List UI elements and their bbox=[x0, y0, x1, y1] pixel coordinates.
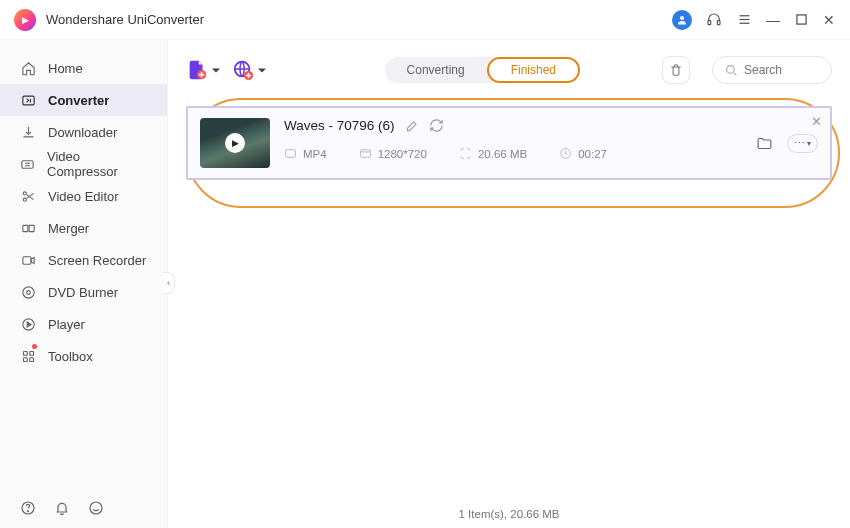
user-avatar[interactable] bbox=[672, 10, 692, 30]
svg-rect-6 bbox=[796, 15, 805, 24]
search-icon bbox=[725, 64, 738, 77]
svg-point-14 bbox=[22, 286, 33, 297]
notification-dot bbox=[32, 344, 37, 349]
sidebar: Home Converter Downloader Video Compress… bbox=[0, 40, 168, 528]
app-title: Wondershare UniConverter bbox=[46, 12, 204, 27]
duration-icon bbox=[559, 147, 572, 160]
size-icon bbox=[459, 147, 472, 160]
svg-rect-29 bbox=[360, 150, 370, 158]
add-url-button[interactable] bbox=[232, 59, 266, 81]
svg-point-10 bbox=[23, 198, 26, 201]
svg-rect-12 bbox=[29, 225, 34, 231]
item-duration: 00:27 bbox=[578, 148, 607, 160]
sidebar-label: Merger bbox=[48, 221, 89, 236]
sidebar-label: Converter bbox=[48, 93, 109, 108]
format-icon bbox=[284, 147, 297, 160]
grid-icon bbox=[20, 349, 36, 364]
svg-rect-19 bbox=[23, 357, 27, 361]
globe-plus-icon bbox=[232, 59, 254, 81]
sidebar-label: Player bbox=[48, 317, 85, 332]
sidebar-item-home[interactable]: Home bbox=[0, 52, 167, 84]
item-format: MP4 bbox=[303, 148, 327, 160]
sidebar-item-player[interactable]: Player bbox=[0, 308, 167, 340]
merge-icon bbox=[20, 221, 36, 236]
tab-finished[interactable]: Finished bbox=[487, 57, 580, 83]
svg-point-22 bbox=[27, 511, 28, 512]
sidebar-item-downloader[interactable]: Downloader bbox=[0, 116, 167, 148]
sidebar-label: DVD Burner bbox=[48, 285, 118, 300]
minimize-button[interactable]: — bbox=[766, 13, 780, 27]
headset-icon[interactable] bbox=[706, 12, 722, 28]
reconvert-icon[interactable] bbox=[429, 118, 444, 133]
svg-rect-13 bbox=[22, 256, 30, 264]
sidebar-item-toolbox[interactable]: Toolbox bbox=[0, 340, 167, 372]
sidebar-label: Home bbox=[48, 61, 83, 76]
more-actions-button[interactable]: ⋯ ▾ bbox=[787, 134, 818, 153]
scissors-icon bbox=[20, 189, 36, 204]
tab-converting[interactable]: Converting bbox=[385, 57, 487, 83]
trash-button[interactable] bbox=[662, 56, 690, 84]
sidebar-item-merger[interactable]: Merger bbox=[0, 212, 167, 244]
item-title: Waves - 70796 (6) bbox=[284, 118, 395, 133]
home-icon bbox=[20, 61, 36, 76]
svg-point-27 bbox=[727, 65, 735, 73]
sidebar-label: Toolbox bbox=[48, 349, 93, 364]
hamburger-icon[interactable] bbox=[736, 12, 752, 28]
status-tabs: Converting Finished bbox=[385, 57, 580, 83]
footer-summary: 1 Item(s), 20.66 MB bbox=[168, 508, 850, 520]
sidebar-item-recorder[interactable]: Screen Recorder bbox=[0, 244, 167, 276]
chevron-down-icon: ▾ bbox=[807, 139, 811, 148]
item-resolution: 1280*720 bbox=[378, 148, 427, 160]
converter-icon bbox=[20, 93, 36, 108]
svg-rect-1 bbox=[708, 20, 711, 24]
disc-icon bbox=[20, 285, 36, 300]
video-thumbnail[interactable]: ▶ bbox=[200, 118, 270, 168]
svg-point-0 bbox=[680, 16, 684, 20]
svg-point-23 bbox=[90, 502, 102, 514]
play-badge-icon: ▶ bbox=[225, 133, 245, 153]
sidebar-item-converter[interactable]: Converter bbox=[0, 84, 167, 116]
svg-rect-8 bbox=[22, 160, 33, 168]
compress-icon bbox=[20, 157, 35, 172]
search-box[interactable] bbox=[712, 56, 832, 84]
ellipsis-icon: ⋯ bbox=[794, 137, 805, 150]
sidebar-item-dvd[interactable]: DVD Burner bbox=[0, 276, 167, 308]
svg-rect-11 bbox=[22, 225, 27, 231]
record-icon bbox=[20, 253, 36, 268]
app-logo bbox=[14, 9, 36, 31]
add-file-button[interactable] bbox=[186, 59, 220, 81]
file-plus-icon bbox=[186, 59, 208, 81]
svg-point-15 bbox=[26, 290, 30, 294]
download-icon bbox=[20, 125, 36, 140]
content-area: Converting Finished ✕ ▶ Waves - 70796 bbox=[168, 40, 850, 528]
help-icon[interactable] bbox=[20, 500, 36, 516]
svg-rect-2 bbox=[717, 20, 720, 24]
open-folder-icon[interactable] bbox=[756, 135, 773, 152]
svg-point-9 bbox=[23, 191, 26, 194]
item-size: 20.66 MB bbox=[478, 148, 527, 160]
svg-rect-20 bbox=[29, 357, 33, 361]
resolution-icon bbox=[359, 147, 372, 160]
maximize-button[interactable] bbox=[794, 13, 808, 27]
trash-icon bbox=[669, 63, 683, 77]
play-icon bbox=[20, 317, 36, 332]
svg-rect-18 bbox=[29, 351, 33, 355]
sidebar-item-compressor[interactable]: Video Compressor bbox=[0, 148, 167, 180]
file-item[interactable]: ✕ ▶ Waves - 70796 (6) MP4 1280*720 20.66… bbox=[186, 106, 832, 180]
svg-rect-28 bbox=[286, 150, 296, 158]
search-input[interactable] bbox=[744, 63, 824, 77]
sidebar-label: Downloader bbox=[48, 125, 117, 140]
item-close-button[interactable]: ✕ bbox=[811, 114, 822, 129]
close-button[interactable]: ✕ bbox=[822, 13, 836, 27]
sidebar-label: Screen Recorder bbox=[48, 253, 146, 268]
sidebar-label: Video Editor bbox=[48, 189, 119, 204]
feedback-icon[interactable] bbox=[88, 500, 104, 516]
edit-title-icon[interactable] bbox=[405, 119, 419, 133]
titlebar: Wondershare UniConverter — ✕ bbox=[0, 0, 850, 40]
bell-icon[interactable] bbox=[54, 500, 70, 516]
svg-rect-17 bbox=[23, 351, 27, 355]
sidebar-label: Video Compressor bbox=[47, 149, 147, 179]
sidebar-item-editor[interactable]: Video Editor bbox=[0, 180, 167, 212]
